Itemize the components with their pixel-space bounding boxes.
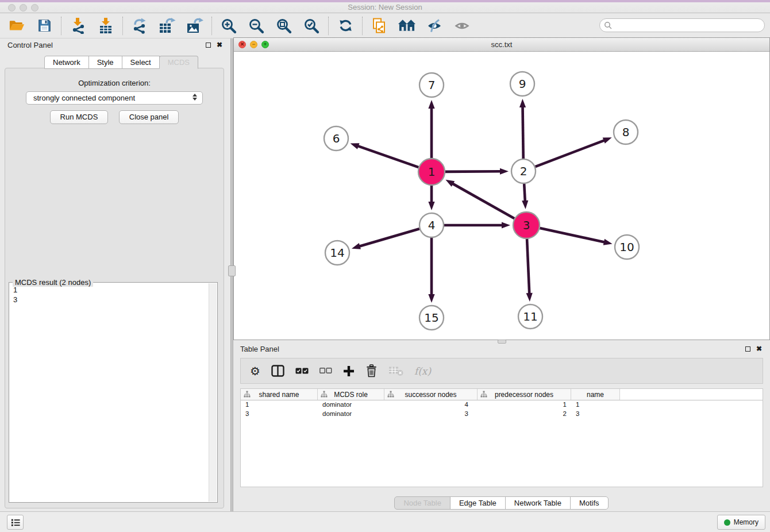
table-cell-mcds-role[interactable]: dominator	[318, 410, 384, 419]
horizontal-splitter-grip[interactable]	[498, 340, 506, 344]
close-table-panel-icon[interactable]: ✖	[756, 345, 762, 352]
hide-panel-icon[interactable]	[426, 17, 443, 34]
close-panel-icon[interactable]: ✖	[217, 41, 222, 48]
search-input[interactable]	[612, 21, 758, 30]
graph-node-6[interactable]: 6	[324, 126, 348, 151]
table-cell-name[interactable]: 1	[571, 400, 620, 410]
mcds-result-item: 1	[9, 285, 209, 295]
zoom-fit-icon[interactable]	[275, 17, 292, 34]
deselect-all-columns-icon[interactable]	[319, 368, 332, 374]
table-cell-name[interactable]: 3	[571, 410, 620, 419]
column-header-name[interactable]: name	[571, 389, 620, 400]
column-header-mcds-role[interactable]: MCDS role	[318, 389, 384, 400]
graph-edge-3-10[interactable]	[540, 228, 604, 242]
table-cell-shared-name[interactable]: 1	[241, 400, 318, 410]
graph-edge-1-2[interactable]	[445, 171, 500, 172]
graph-node-10[interactable]: 10	[615, 235, 639, 259]
tab-network[interactable]: Network	[44, 56, 89, 69]
add-row-icon[interactable]	[343, 365, 355, 377]
table-toolbar: ⚙	[240, 358, 763, 384]
home-icon[interactable]	[398, 17, 415, 34]
import-network-icon[interactable]	[70, 17, 87, 34]
table-cell-successor-nodes[interactable]: 4	[384, 400, 478, 410]
mcds-result-box: MCDS result (2 nodes) 13	[9, 282, 218, 503]
column-tree-icon	[387, 391, 394, 398]
column-header-shared-name[interactable]: shared name	[241, 389, 318, 400]
vertical-splitter-grip[interactable]	[228, 265, 236, 276]
zoom-selected-icon[interactable]	[303, 17, 320, 34]
run-mcds-button[interactable]: Run MCDS	[50, 110, 109, 124]
node-table-header: shared nameMCDS rolesuccessor nodesprede…	[241, 389, 763, 400]
graph-edge-3-11[interactable]	[527, 239, 529, 294]
mcds-panel: Optimization criterion: strongly connect…	[5, 68, 224, 508]
graph-node-3[interactable]: 3	[513, 212, 540, 238]
save-session-icon[interactable]	[36, 17, 53, 34]
graph-node-8[interactable]: 8	[614, 120, 638, 144]
tab-mcds[interactable]: MCDS	[159, 56, 198, 69]
graph-node-7[interactable]: 7	[419, 73, 444, 97]
network-canvas[interactable]: 7968124314101511	[234, 52, 769, 340]
close-panel-button[interactable]: Close panel	[119, 110, 179, 124]
import-table-icon[interactable]	[97, 17, 114, 34]
open-network-file-icon[interactable]	[371, 17, 388, 34]
column-tree-icon	[244, 391, 251, 398]
table-tab-network-table[interactable]: Network Table	[505, 496, 571, 510]
arrowhead-icon	[428, 100, 434, 109]
delete-row-icon[interactable]	[365, 364, 378, 377]
select-all-columns-icon[interactable]	[295, 368, 309, 375]
zoom-in-icon[interactable]	[220, 17, 237, 34]
column-tree-icon	[480, 391, 487, 398]
refresh-icon[interactable]	[337, 17, 354, 34]
graph-edge-2-3[interactable]	[524, 184, 525, 201]
graph-edge-2-8[interactable]	[536, 140, 605, 167]
graph-node-15[interactable]: 15	[419, 306, 444, 330]
node-table: shared nameMCDS rolesuccessor nodesprede…	[240, 388, 763, 487]
table-cell-predecessor-nodes[interactable]: 2	[478, 410, 571, 419]
graph-node-4[interactable]: 4	[419, 213, 444, 237]
table-cell-successor-nodes[interactable]: 3	[384, 410, 478, 419]
settings-icon[interactable]: ⚙	[250, 365, 260, 377]
arrowhead-icon	[428, 294, 434, 303]
table-row[interactable]: 3dominator323	[241, 410, 763, 419]
graph-edge-3-1[interactable]	[453, 184, 515, 219]
graph-node-2[interactable]: 2	[511, 159, 536, 183]
graph-node-1[interactable]: 1	[418, 159, 445, 185]
arrowhead-icon	[351, 143, 360, 149]
network-window-titlebar[interactable]: ✕ − + scc.txt	[234, 38, 769, 52]
graph-edge-4-14[interactable]	[359, 229, 419, 246]
export-table-icon[interactable]	[159, 17, 176, 34]
float-table-panel-icon[interactable]	[745, 346, 750, 352]
column-header-successor-nodes[interactable]: successor nodes	[384, 389, 478, 400]
show-panel-icon[interactable]	[453, 17, 471, 34]
graph-edge-2-9[interactable]	[523, 107, 523, 159]
task-history-button[interactable]	[7, 515, 24, 530]
memory-button[interactable]: Memory	[717, 515, 765, 530]
search-field[interactable]	[599, 18, 765, 32]
table-tab-motifs[interactable]: Motifs	[570, 496, 609, 510]
column-header-predecessor-nodes[interactable]: predecessor nodes	[478, 389, 571, 400]
svg-text:4: 4	[428, 218, 436, 232]
tab-select[interactable]: Select	[122, 56, 160, 69]
export-image-icon[interactable]	[186, 17, 203, 34]
table-cell-predecessor-nodes[interactable]: 1	[478, 400, 571, 410]
optimization-criterion-value: strongly connected component	[33, 94, 135, 102]
tab-style[interactable]: Style	[88, 56, 122, 69]
graph-edge-1-6[interactable]	[358, 146, 419, 167]
split-view-icon[interactable]	[271, 365, 284, 377]
table-cell-shared-name[interactable]: 3	[241, 410, 318, 419]
optimization-criterion-select[interactable]: strongly connected component	[26, 91, 203, 105]
result-scrollbar[interactable]	[209, 283, 217, 502]
table-row[interactable]: 1dominator411	[241, 400, 763, 410]
graph-node-14[interactable]: 14	[325, 241, 349, 265]
open-session-icon[interactable]	[8, 17, 25, 34]
table-tab-edge-table[interactable]: Edge Table	[450, 496, 506, 510]
graph-node-9[interactable]: 9	[510, 72, 534, 96]
mcds-result-item: 3	[9, 295, 209, 304]
graph-node-11[interactable]: 11	[518, 304, 542, 329]
table-tab-node-table[interactable]: Node Table	[394, 496, 451, 510]
session-title: Session: New Session	[0, 3, 770, 11]
export-network-icon[interactable]	[131, 17, 148, 34]
float-panel-icon[interactable]	[206, 43, 211, 48]
table-cell-mcds-role[interactable]: dominator	[318, 400, 384, 410]
zoom-out-icon[interactable]	[248, 17, 265, 34]
